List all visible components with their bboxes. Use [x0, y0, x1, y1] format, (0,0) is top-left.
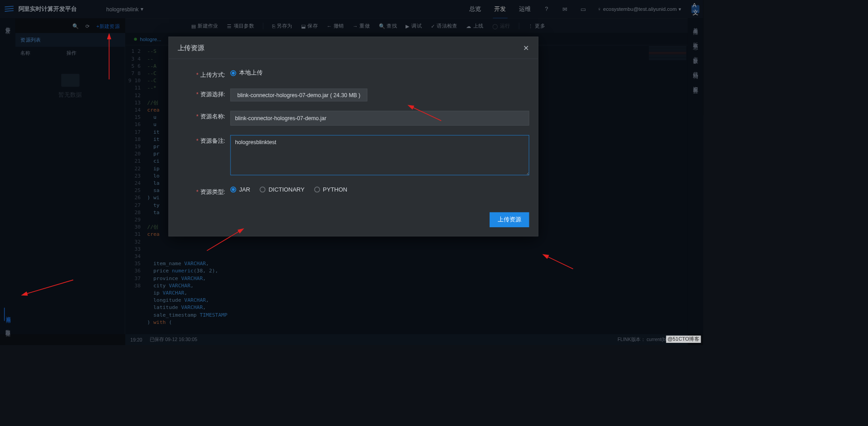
close-icon[interactable]: ✕ — [523, 43, 529, 52]
label-remark: 资源备注: — [178, 135, 225, 145]
upload-submit-button[interactable]: 上传资源 — [490, 212, 529, 227]
label-method: 上传方式: — [178, 69, 225, 79]
label-name: 资源名称: — [178, 111, 225, 121]
label-select: 资源选择: — [178, 89, 225, 98]
modal-header: 上传资源 ✕ — [169, 37, 538, 59]
watermark: @51CTO博客 — [666, 336, 701, 343]
radio-local-upload[interactable]: 本地上传 — [230, 69, 262, 77]
radio-type-dictionary[interactable]: DICTIONARY — [259, 186, 304, 193]
resource-remark-textarea[interactable] — [230, 135, 529, 175]
file-select-button[interactable]: blink-connector-hologres-07-demo.jar ( 2… — [230, 89, 367, 101]
resource-name-input[interactable] — [230, 111, 529, 125]
radio-type-python[interactable]: PYTHON — [314, 186, 347, 193]
radio-type-jar[interactable]: JAR — [230, 186, 250, 193]
modal-title: 上传资源 — [178, 43, 204, 52]
upload-resource-modal: 上传资源 ✕ 上传方式: 本地上传 资源选择: blink-connector-… — [169, 37, 538, 236]
label-type: 资源类型: — [178, 186, 225, 196]
